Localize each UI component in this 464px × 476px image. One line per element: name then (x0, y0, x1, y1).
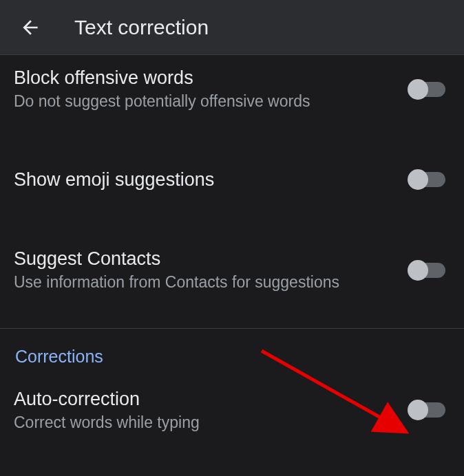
setting-title: Block offensive words (14, 67, 395, 89)
settings-list: Block offensive words Do not suggest pot… (0, 55, 464, 444)
app-bar: Text correction (0, 0, 464, 55)
toggle-switch[interactable] (409, 400, 447, 420)
toggle-switch[interactable] (409, 170, 447, 189)
setting-title: Suggest Contacts (14, 248, 395, 270)
setting-text: Show emoji suggestions (14, 169, 409, 191)
setting-text: Suggest Contacts Use information from Co… (14, 248, 409, 292)
spacer (0, 124, 464, 157)
setting-title: Auto-correction (14, 389, 395, 410)
section-header-corrections: Corrections (0, 329, 464, 376)
back-button[interactable] (14, 11, 47, 44)
setting-title: Show emoji suggestions (14, 169, 395, 191)
setting-auto-correction[interactable]: Auto-correction Correct words while typi… (0, 376, 464, 445)
spacer (0, 305, 464, 321)
setting-suggest-contacts[interactable]: Suggest Contacts Use information from Co… (0, 236, 464, 305)
toggle-switch[interactable] (409, 261, 447, 280)
setting-subtitle: Use information from Contacts for sugges… (14, 272, 395, 292)
setting-block-offensive-words[interactable]: Block offensive words Do not suggest pot… (0, 55, 464, 124)
setting-show-emoji-suggestions[interactable]: Show emoji suggestions (0, 157, 464, 203)
spacer (0, 203, 464, 236)
setting-text: Block offensive words Do not suggest pot… (14, 67, 409, 111)
switch-thumb (408, 260, 428, 281)
switch-thumb (408, 79, 428, 100)
toggle-switch[interactable] (409, 80, 447, 99)
page-title: Text correction (74, 16, 209, 39)
setting-subtitle: Do not suggest potentially offensive wor… (14, 91, 395, 111)
setting-text: Auto-correction Correct words while typi… (14, 389, 409, 433)
back-arrow-icon (19, 17, 41, 39)
setting-subtitle: Correct words while typing (14, 413, 395, 433)
